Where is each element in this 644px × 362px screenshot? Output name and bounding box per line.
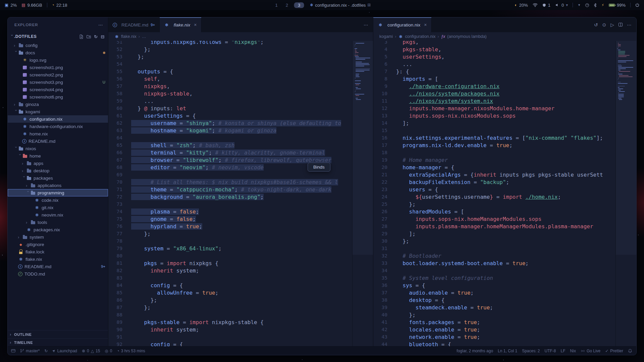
wifi-module[interactable]	[533, 3, 538, 7]
code-line-76[interactable]: 76 hyprland = true;	[108, 223, 352, 230]
more-actions-icon[interactable]: ⋯	[627, 22, 632, 27]
tree-item-readme-md[interactable]: ›iREADME.md9+	[8, 263, 108, 270]
tree-item-configuration-nix[interactable]: ›❄configuration.nix	[8, 115, 108, 123]
collapse-all-icon[interactable]: ⊟	[101, 34, 105, 39]
tree-item-hardware-configuration-nix[interactable]: ›❄hardware-configuration.nix	[8, 123, 108, 130]
code-line-51[interactable]: 51 inputs.nixpkgs.follows = "nixpkgs";	[108, 41, 352, 46]
do-not-disturb-icon[interactable]	[585, 3, 589, 7]
code-line-75[interactable]: 75 gnome = false;	[108, 215, 352, 223]
code-line-42[interactable]: 42 locales.enable = true;	[373, 326, 615, 333]
code-line-52[interactable]: 52 };	[108, 46, 352, 53]
breadcrumb-item[interactable]: flake.nix	[121, 34, 137, 39]
code-line-63[interactable]: 63 hostname = "kogami"; # kogami or gino…	[108, 127, 352, 134]
explorer-more-actions-icon[interactable]: ⋯	[98, 22, 103, 27]
tree-item-nixos[interactable]: ›nixos	[8, 145, 108, 152]
code-line-4[interactable]: 4 pkgs-stable,	[373, 46, 615, 53]
breadcrumb-item[interactable]: kogami	[379, 34, 393, 39]
code-line-33[interactable]: 33 boot.loader.systemd-boot.enable = tru…	[373, 259, 615, 267]
code-line-62[interactable]: 62 username = "shinya"; # konsta or shin…	[108, 119, 352, 127]
code-line-81[interactable]: 81 pkgs = import nixpkgs {	[108, 259, 352, 267]
tree-item-system[interactable]: ›system	[8, 233, 108, 241]
code-line-88[interactable]: 88	[108, 311, 352, 318]
tree-item-git-nix[interactable]: ›❄git.nix	[8, 204, 108, 211]
code-line-39[interactable]: 39 steamdeck.enable = true;	[373, 304, 615, 311]
language-mode-status[interactable]: Nix	[570, 349, 576, 353]
code-line-31[interactable]: 31	[373, 245, 615, 252]
tree-item-screenshot1-png[interactable]: ›screenshot1.png	[8, 64, 108, 71]
code-editor-configuration-nix[interactable]: 3 pkgs,4 pkgs-stable,5 userSettings,6 ..…	[373, 41, 615, 346]
code-line-21[interactable]: 21 extraSpecialArgs = {inherit inputs pk…	[373, 171, 615, 178]
code-line-14[interactable]: 14 ];	[373, 119, 615, 127]
code-line-9[interactable]: 9 ./hardware-configuration.nix	[373, 82, 615, 90]
breadcrumb-item[interactable]: configuration.nix	[405, 34, 435, 39]
code-line-17[interactable]: 17 programs.nix-ld.dev.enable = true;	[373, 141, 615, 149]
code-line-15[interactable]: 15	[373, 127, 615, 134]
code-line-12[interactable]: 12 inputs.home-manager.nixosModules.home…	[373, 105, 615, 112]
code-line-85[interactable]: 85 allowUnfree = true;	[108, 289, 352, 296]
tree-item-screenshot4-png[interactable]: ›screenshot4.png	[8, 86, 108, 93]
tree-item-screenshot2-png[interactable]: ›screenshot2.png	[8, 71, 108, 78]
volume-module[interactable]: 0 ▾	[555, 3, 568, 8]
code-line-65[interactable]: 65 shell = "zsh"; # bash, zsh	[108, 141, 352, 149]
code-line-54[interactable]: 54	[108, 60, 352, 68]
code-editor-flake-nix[interactable]: 51 inputs.nixpkgs.follows = "nixpkgs";52…	[108, 41, 352, 346]
tree-item-todo-md[interactable]: ›✓TODO.md	[8, 270, 108, 278]
code-line-60[interactable]: 60 } @ inputs: let	[108, 105, 352, 112]
code-line-22[interactable]: 22 backupFileExtension = "backup";	[373, 178, 615, 186]
code-line-78[interactable]: 78	[108, 237, 352, 245]
code-line-28[interactable]: 28 inputs.plasma-manager.homeManagerModu…	[373, 223, 615, 230]
launchpad-status[interactable]: ➤ Launchpad	[52, 349, 77, 353]
tab-configuration-nix[interactable]: ❄ configuration.nix ×	[373, 17, 432, 32]
code-line-11[interactable]: 11 ../nixos/system/system.nix	[373, 97, 615, 105]
brightness-module[interactable]: ◐ 20%	[515, 3, 528, 8]
code-line-69[interactable]: 69	[108, 171, 352, 178]
code-line-59[interactable]: 59 ...	[108, 97, 352, 105]
close-icon[interactable]: ×	[194, 22, 197, 27]
cursor-position-status[interactable]: Ln 1, Col 1	[498, 349, 517, 353]
code-line-26[interactable]: 26 sharedModules = [	[373, 208, 615, 215]
code-line-8[interactable]: 8 imports = [	[373, 75, 615, 82]
encoding-status[interactable]: UTF-8	[545, 349, 556, 353]
refresh-icon[interactable]: ↻	[94, 34, 98, 39]
notifications-bell-icon[interactable]	[628, 349, 632, 353]
ports-status[interactable]: ◎ 0	[105, 349, 112, 353]
tree-item-packages[interactable]: ›packages	[8, 174, 108, 182]
code-line-3[interactable]: 3 pkgs,	[373, 41, 615, 46]
tree-item-screenshot3-png[interactable]: ›screenshot3.pngU	[8, 78, 108, 86]
eol-status[interactable]: LF	[561, 349, 566, 353]
remote-window-icon[interactable]	[11, 349, 15, 353]
workspace-2[interactable]: 2	[284, 2, 290, 8]
code-line-73[interactable]: 73	[108, 200, 352, 208]
code-line-29[interactable]: 29 ];	[373, 230, 615, 237]
code-line-18[interactable]: 18	[373, 149, 615, 156]
tree-item-tools[interactable]: ›tools	[8, 219, 108, 226]
code-line-27[interactable]: 27 inputs.sops-nix.homeManagerModules.so…	[373, 215, 615, 223]
indentation-status[interactable]: Spaces: 2	[522, 349, 540, 353]
minimap-right[interactable]	[615, 41, 636, 346]
cpu-module[interactable]: ▣ 2%	[5, 3, 17, 8]
code-line-77[interactable]: 77 };	[108, 230, 352, 237]
tree-item-config[interactable]: ›config	[8, 42, 108, 49]
battery-module[interactable]: 99%	[609, 3, 626, 8]
sync-icon[interactable]: ↻	[44, 349, 48, 353]
code-line-79[interactable]: 79 system = "x86_64-linux";	[108, 245, 352, 252]
code-line-36[interactable]: 36 sys = {	[373, 282, 615, 289]
code-line-5[interactable]: 5 userSettings,	[373, 53, 615, 60]
code-line-91[interactable]: 91	[108, 333, 352, 341]
code-line-24[interactable]: 24 ${userSettings.username} = import ./h…	[373, 193, 615, 200]
code-line-87[interactable]: 87 };	[108, 304, 352, 311]
tree-item-ginoza[interactable]: ›ginoza	[8, 101, 108, 108]
problems-status[interactable]: ⊗ 0 △ 15	[82, 349, 100, 353]
tree-item-flake-lock[interactable]: ›flake.lock	[8, 248, 108, 255]
tree-item-docs[interactable]: ›docs	[8, 49, 108, 56]
run-icon[interactable]: ▷	[610, 22, 614, 27]
code-line-66[interactable]: 66 terminal = "kitty"; # kitty, alacritt…	[108, 149, 352, 156]
tree-item-home-nix[interactable]: ›❄home.nix	[8, 130, 108, 137]
code-line-44[interactable]: 44 bluetooth = {	[373, 341, 615, 346]
new-file-icon[interactable]	[79, 35, 84, 39]
timeline-section[interactable]: › TIMELINE	[8, 338, 108, 346]
code-line-74[interactable]: 74 plasma = false;	[108, 208, 352, 215]
code-line-23[interactable]: 23 users = {	[373, 186, 615, 193]
tree-item-readme-md[interactable]: ›iREADME.md	[8, 137, 108, 145]
prettier-status[interactable]: ✓ Prettier	[605, 349, 623, 353]
